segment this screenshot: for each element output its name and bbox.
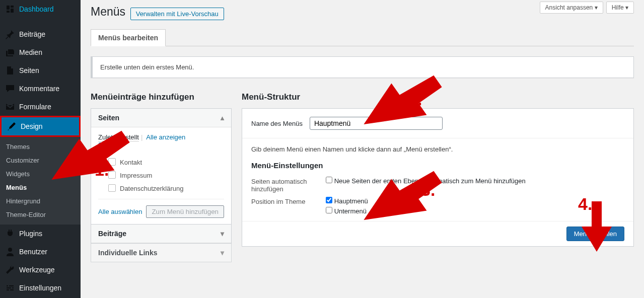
plugin-icon <box>5 229 15 239</box>
page-checkbox-item[interactable]: Impressum <box>98 169 224 182</box>
create-menu-button[interactable]: Menü erstellen <box>566 227 624 241</box>
page-title: Menüs <box>91 5 125 19</box>
sidebar-item-label: Werkzeuge <box>19 266 55 274</box>
accordion-custom-links-toggle[interactable]: Individuelle Links▾ <box>91 244 231 262</box>
position-label: Position im Theme <box>251 197 326 205</box>
admin-sidebar: Dashboard Beiträge Medien Seiten Komment… <box>0 0 81 298</box>
position-sub-checkbox[interactable] <box>326 207 332 213</box>
sidebar-item-pages[interactable]: Seiten <box>0 61 81 80</box>
menu-edit-box: Name des Menüs Gib deinem Menü einen Nam… <box>242 108 634 247</box>
info-notice: Erstelle unten dein erstes Menü. <box>91 56 634 78</box>
nav-tab-bar: Menüs bearbeiten <box>91 29 634 46</box>
tab-all[interactable]: Alle anzeigen <box>146 133 185 141</box>
sidebar-item-media[interactable]: Medien <box>0 43 81 61</box>
tab-search[interactable]: Suchen <box>98 141 120 148</box>
sidebar-item-design[interactable]: Design <box>0 116 81 137</box>
add-to-menu-button[interactable]: Zum Menü hinzufügen <box>146 205 224 218</box>
comment-icon <box>5 84 15 94</box>
submenu-themes[interactable]: Themes <box>0 140 81 154</box>
sidebar-item-label: Medien <box>19 48 42 56</box>
sidebar-item-forms[interactable]: Formulare <box>0 98 81 116</box>
page-icon <box>5 65 15 76</box>
form-icon <box>5 102 15 112</box>
add-menu-items-column: Menüeinträge hinzufügen Seiten▴ Zuletzt … <box>91 92 232 262</box>
sidebar-item-plugins[interactable]: Plugins <box>0 225 81 243</box>
dashboard-icon <box>5 4 15 14</box>
sidebar-item-posts[interactable]: Beiträge <box>0 25 81 43</box>
menu-hint-text: Gib deinem Menü einen Namen und klicke d… <box>251 145 624 153</box>
design-submenu: Themes Customizer Widgets Menüs Hintergr… <box>0 137 81 225</box>
accordion-custom-links: Individuelle Links▾ <box>91 244 232 262</box>
chevron-down-icon: ▾ <box>221 230 224 238</box>
accordion-pages-toggle[interactable]: Seiten▴ <box>91 109 231 127</box>
sidebar-item-comments[interactable]: Kommentare <box>0 80 81 98</box>
sidebar-item-label: Dashboard <box>19 5 54 13</box>
select-all-link[interactable]: Alle auswählen <box>98 208 142 215</box>
sidebar-item-tools[interactable]: Werkzeuge <box>0 261 81 279</box>
page-checklist: Kontakt Impressum Datenschutzerklärung <box>98 156 224 195</box>
pin-icon <box>5 29 15 39</box>
position-main-checkbox[interactable] <box>326 197 332 203</box>
accordion-pages: Seiten▴ Zuletzt erstellt| Alle anzeigen … <box>91 108 232 225</box>
menu-name-input[interactable] <box>310 117 443 130</box>
sidebar-item-label: Kommentare <box>19 85 59 93</box>
live-preview-button[interactable]: Verwalten mit Live-Vorschau <box>130 8 224 20</box>
page-checkbox-item[interactable]: Kontakt <box>98 156 224 169</box>
settings-icon <box>5 283 15 293</box>
chevron-down-icon: ▾ <box>221 249 224 257</box>
sidebar-item-label: Beiträge <box>19 30 45 38</box>
sidebar-item-label: Benutzer <box>19 248 47 256</box>
accordion-posts-toggle[interactable]: Beiträge▾ <box>91 225 231 243</box>
submenu-menus[interactable]: Menüs <box>0 181 81 194</box>
sidebar-item-dashboard[interactable]: Dashboard <box>0 0 81 18</box>
page-checkbox-item[interactable]: Datenschutzerklärung <box>98 182 224 195</box>
position-option-main[interactable]: Hauptmenü <box>326 197 368 205</box>
help-button[interactable]: Hilfe ▾ <box>606 2 634 14</box>
menu-settings-heading: Menü-Einstellungen <box>251 161 624 170</box>
auto-add-label: Seiten automatisch hinzufügen <box>251 177 326 193</box>
add-items-heading: Menüeinträge hinzufügen <box>91 92 232 102</box>
auto-add-checkbox[interactable] <box>326 177 332 183</box>
structure-heading: Menü-Struktur <box>242 92 634 102</box>
tool-icon <box>5 265 15 275</box>
submenu-customizer[interactable]: Customizer <box>0 154 81 167</box>
menu-structure-column: Menü-Struktur Name des Menüs Gib deinem … <box>242 92 634 262</box>
accordion-tabs: Zuletzt erstellt| Alle anzeigen Suchen <box>98 133 224 148</box>
sidebar-item-settings[interactable]: Einstellungen <box>0 279 81 297</box>
position-option-sub[interactable]: Untermenü <box>326 207 368 215</box>
sidebar-item-label: Einstellungen <box>19 284 61 292</box>
brush-icon <box>7 121 17 131</box>
main-content: Ansicht anpassen ▾ Hilfe ▾ Menüs Verwalt… <box>81 0 644 272</box>
submenu-theme-editor[interactable]: Theme-Editor <box>0 208 81 221</box>
sidebar-item-label: Plugins <box>19 230 42 238</box>
tab-recent[interactable]: Zuletzt erstellt <box>98 133 139 141</box>
user-icon <box>5 247 15 257</box>
submenu-widgets[interactable]: Widgets <box>0 167 81 181</box>
sidebar-item-label: Seiten <box>19 66 39 74</box>
accordion-posts: Beiträge▾ <box>91 225 232 244</box>
submenu-background[interactable]: Hintergrund <box>0 194 81 208</box>
screen-options-button[interactable]: Ansicht anpassen ▾ <box>540 2 603 14</box>
sidebar-item-label: Formulare <box>19 103 51 111</box>
sidebar-item-label: Design <box>21 122 43 130</box>
auto-add-option[interactable]: Neue Seiten der ersten Ebene automatisch… <box>326 177 526 185</box>
tab-edit-menus[interactable]: Menüs bearbeiten <box>91 29 166 46</box>
sidebar-item-users[interactable]: Benutzer <box>0 243 81 261</box>
media-icon <box>5 47 15 57</box>
chevron-up-icon: ▴ <box>221 114 224 122</box>
menu-name-label: Name des Menüs <box>251 120 303 127</box>
